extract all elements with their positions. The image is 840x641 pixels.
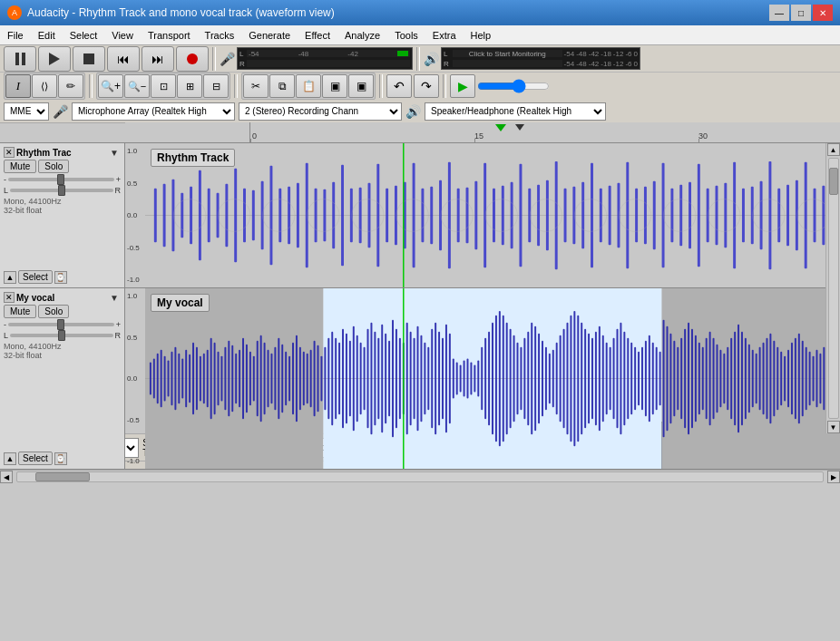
zoom-fit-button[interactable]: ⊞ [177,74,202,98]
vocal-time-icon[interactable]: ⌚ [54,452,67,465]
vocal-gain-slider[interactable] [8,323,114,326]
play-at-speed-button[interactable]: ▶ [450,74,475,98]
vocal-track-close[interactable]: ✕ [4,292,15,303]
vocal-select-button[interactable]: Select [18,452,53,465]
menu-item-effect[interactable]: Effect [298,25,337,45]
menu-item-help[interactable]: Help [464,25,499,45]
rhythm-collapse-button[interactable]: ▲ [4,271,16,284]
menu-item-generate[interactable]: Generate [241,25,298,45]
redo-icon: ↷ [421,79,432,93]
svg-rect-193 [484,338,486,420]
vocal-solo-button[interactable]: Solo [38,305,69,318]
click-to-monitor-text[interactable]: Click to Start Monitoring [469,50,546,58]
svg-rect-137 [285,352,287,406]
vocal-track-menu[interactable]: ▼ [110,293,121,303]
svg-rect-190 [474,365,475,393]
svg-rect-281 [798,334,800,424]
menu-item-tracks[interactable]: Tracks [198,25,242,45]
copy-button[interactable]: ⧉ [269,74,295,98]
timeline-track-area[interactable]: 0 15 30 [250,122,840,142]
menu-item-view[interactable]: View [104,25,141,45]
menu-item-analyze[interactable]: Analyze [337,25,387,45]
rhythm-gain-slider[interactable] [8,178,114,181]
rhythm-track-menu[interactable]: ▼ [110,148,121,158]
vocal-waveform-area[interactable]: 1.0 0.5 0.0 -0.5 -1.0 My vocal [125,288,840,469]
menu-item-file[interactable]: File [0,25,31,45]
menu-item-extra[interactable]: Extra [425,25,464,45]
vocal-pan-thumb[interactable] [58,330,65,341]
zoom-toggle-button[interactable]: ⊟ [203,74,229,98]
rhythm-select-button[interactable]: Select [18,270,53,284]
rhythm-mute-button[interactable]: Mute [4,160,36,173]
menu-item-transport[interactable]: Transport [141,25,198,45]
envelope-tool-button[interactable]: ⟨⟩ [32,74,57,98]
svg-rect-265 [741,332,743,425]
svg-rect-123 [235,354,237,404]
undo-button[interactable]: ↶ [386,74,412,98]
skip-back-button[interactable]: ⏮ [107,46,140,72]
rhythm-pan-slider[interactable] [10,189,112,192]
skip-forward-button[interactable]: ⏭ [142,46,174,72]
rhythm-gain-thumb[interactable] [57,174,64,185]
svg-rect-264 [737,325,739,432]
scroll-left-arrow[interactable]: ◀ [0,471,13,483]
paste-button[interactable]: 📋 [296,74,321,98]
vscroll-up-arrow[interactable]: ▲ [827,143,840,156]
cut-button[interactable]: ✂ [243,74,269,98]
vocal-mute-button[interactable]: Mute [4,305,36,318]
channels-select[interactable]: 2 (Stereo) Recording Chann [239,102,402,121]
vscroll-thumb[interactable] [829,168,838,195]
rhythm-pan-thumb[interactable] [58,185,65,196]
redo-button[interactable]: ↷ [414,74,439,98]
svg-rect-229 [613,338,615,420]
svg-rect-24 [350,189,353,243]
menu-item-tools[interactable]: Tools [387,25,425,45]
maximize-button[interactable]: □ [791,5,811,21]
selection-start-marker[interactable] [515,124,524,131]
zoom-in-button[interactable]: 🔍+ [98,74,123,98]
vocal-format: Mono, 44100Hz 32-bit float [4,342,121,360]
rhythm-gain-row: - + [4,175,121,184]
rhythm-pan-right: R [115,186,122,195]
menu-item-select[interactable]: Select [63,25,105,45]
svg-rect-171 [406,323,408,434]
svg-rect-158 [360,343,362,415]
svg-rect-252 [695,335,697,422]
minimize-button[interactable]: — [769,5,789,21]
select-tool-button[interactable]: I [5,74,31,98]
rhythm-time-icon[interactable]: ⌚ [54,271,67,284]
close-button[interactable]: ✕ [813,5,833,21]
rhythm-solo-button[interactable]: Solo [38,160,69,173]
trim-button[interactable]: ▣ [322,74,347,98]
zoom-out-button[interactable]: 🔍− [124,74,150,98]
vocal-gain-thumb[interactable] [57,319,64,330]
record-button[interactable] [176,46,209,72]
play-button[interactable] [38,46,71,72]
vscroll-down-arrow[interactable]: ▼ [827,421,840,433]
speed-slider[interactable] [477,79,550,93]
vocal-mute-solo: Mute Solo [4,305,121,318]
svg-rect-159 [364,347,366,411]
mic-device-select[interactable]: Microphone Array (Realtek High [72,102,235,121]
rhythm-waveform-area[interactable]: 1.0 0.5 0.0 -0.5 -1.0 Rhythm Track [125,143,840,287]
scroll-right-arrow[interactable]: ▶ [827,471,840,483]
vocal-pan-slider[interactable] [10,334,112,337]
pause-button[interactable] [4,46,36,72]
svg-rect-53 [609,186,611,246]
menu-item-edit[interactable]: Edit [31,25,63,45]
scroll-track[interactable] [16,471,824,482]
scroll-thumb[interactable] [35,472,90,481]
speaker-device-select[interactable]: Speaker/Headphone (Realtek High [425,102,606,121]
svg-rect-18 [297,183,299,248]
vscroll-track[interactable] [828,158,839,419]
silence-button[interactable]: ▣ [348,74,374,98]
draw-tool-button[interactable]: ✏ [58,74,83,98]
vocal-collapse-button[interactable]: ▲ [4,452,16,465]
svg-rect-127 [249,352,251,406]
rhythm-track-close[interactable]: ✕ [4,147,15,158]
svg-rect-116 [210,338,212,420]
svg-rect-40 [493,189,495,243]
stop-button[interactable] [73,46,105,72]
host-select[interactable]: MME [4,102,49,121]
zoom-sel-button[interactable]: ⊡ [151,74,176,98]
